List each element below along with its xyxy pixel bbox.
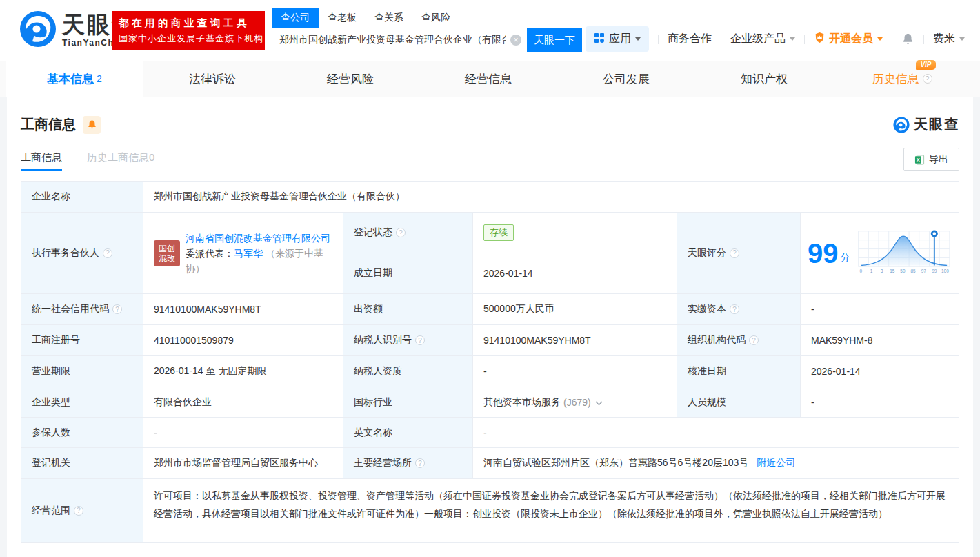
tab-operating-info[interactable]: 经营信息 [419, 61, 557, 97]
help-icon[interactable] [415, 335, 425, 345]
field-label: 营业期限 [21, 356, 143, 387]
company-name-value: 郑州市国创战新产业投资母基金管理合伙企业（有限合伙） [143, 182, 959, 213]
user-menu[interactable]: 费米 [933, 32, 965, 46]
address-value: 河南自贸试验区郑州片区（郑东）普惠路56号6号楼20层103号 附近公司 [473, 448, 959, 479]
contribution-value: 500000万人民币 [473, 294, 677, 325]
field-label: 执行事务合伙人 [21, 213, 143, 294]
chevron-down-icon [877, 37, 883, 41]
help-icon[interactable] [396, 228, 406, 237]
bell-icon [87, 119, 97, 130]
search-tab-risk[interactable]: 查风险 [412, 8, 459, 28]
help-icon[interactable] [415, 458, 425, 468]
org-code-value: MAK59YHM-8 [801, 325, 959, 356]
field-label: 参保人数 [21, 418, 143, 448]
tianyancha-logo-icon [19, 10, 57, 50]
executive-partner-value: 国创 混改 河南省国创混改基金管理有限公司 委派代表：马军华 （来源于中基协） [143, 213, 343, 294]
field-label: 企业类型 [21, 387, 143, 418]
enterprise-label: 企业级产品 [730, 32, 786, 46]
subtab-history-business-info[interactable]: 历史工商信息0 [87, 151, 154, 171]
watermark-brand: 天眼查 [914, 115, 959, 134]
partner-logo-badge: 国创 混改 [154, 240, 180, 266]
field-label: 纳税人资质 [343, 356, 473, 387]
tab-operating-risk[interactable]: 经营风险 [281, 61, 419, 97]
field-label: 登记状态 [343, 213, 473, 253]
tab-basic-info-label: 基本信息 [47, 71, 94, 87]
staff-size-value: - [801, 387, 959, 418]
partner-company-link[interactable]: 河南省国创混改基金管理有限公司 [186, 233, 330, 244]
search-tab-relation[interactable]: 查关系 [366, 8, 412, 28]
search-tabs: 查公司 查老板 查关系 查风险 [272, 8, 582, 28]
field-label: 出资额 [343, 294, 473, 325]
chevron-down-icon [635, 37, 641, 41]
company-section-tabs: 基本信息 2 法律诉讼 经营风险 经营信息 公司发展 知识产权 历史信息 VIP [0, 61, 980, 97]
establish-date-value: 2026-01-14 [473, 253, 677, 294]
field-label: 工商注册号 [21, 325, 143, 356]
open-vip-menu[interactable]: 开通会员 [814, 32, 883, 46]
field-label: 天眼评分 [677, 213, 801, 294]
business-info-card: 工商信息 天眼查 工商信息 历史工商信息0 [7, 97, 973, 557]
help-icon[interactable] [749, 335, 759, 345]
nearby-companies-link[interactable]: 附近公司 [757, 457, 795, 469]
help-icon[interactable] [103, 248, 112, 258]
bell-icon [901, 32, 914, 46]
search-tab-company[interactable]: 查公司 [272, 8, 319, 28]
tab-company-development[interactable]: 公司发展 [557, 61, 695, 97]
tianyancha-watermark: 天眼查 [893, 115, 959, 134]
business-scope-value: 许可项目：以私募基金从事股权投资、投资管理、资产管理等活动（须在中国证券投资基金… [143, 479, 959, 543]
search-button[interactable]: 天眼一下 [527, 28, 582, 52]
svg-text:50: 50 [900, 268, 906, 273]
help-icon[interactable] [923, 74, 932, 84]
field-label: 统一社会信用代码 [21, 294, 143, 325]
top-nav: 应用 商务合作 企业级产品 开通会员 [586, 26, 965, 52]
tab-basic-info-count: 2 [97, 73, 102, 84]
svg-text:99: 99 [932, 268, 937, 273]
apps-label: 应用 [609, 32, 631, 46]
chevron-down-icon[interactable] [595, 397, 603, 408]
field-label: 企业名称 [21, 182, 143, 213]
business-cooperation-link[interactable]: 商务合作 [668, 32, 712, 46]
tab-history-info[interactable]: 历史信息 VIP [833, 61, 971, 97]
subtab-current-business-info[interactable]: 工商信息 [21, 151, 62, 171]
help-icon[interactable] [730, 304, 739, 314]
company-type-value: 有限合伙企业 [143, 387, 343, 418]
svg-text:3: 3 [880, 268, 883, 273]
tab-legal[interactable]: 法律诉讼 [143, 61, 281, 97]
field-label: 主要经营场所 [343, 448, 473, 479]
rep-name-link[interactable]: 马军华 [234, 248, 263, 259]
enterprise-products-menu[interactable]: 企业级产品 [730, 32, 795, 46]
taxpayer-no-value: 91410100MAK59YHM8T [473, 325, 677, 356]
field-label: 组织机构代码 [677, 325, 801, 356]
promo-line2: 国家中小企业发展子基金旗下机构 [119, 32, 258, 45]
header: 天眼查 TianYanCha.com 都在用的商业查询工具 国家中小企业发展子基… [0, 0, 980, 61]
industry-code: (J679) [563, 397, 591, 408]
svg-text:15: 15 [890, 268, 895, 273]
excel-icon: X [914, 155, 925, 165]
monitor-bell-button[interactable] [83, 116, 101, 134]
field-label: 实缴资本 [677, 294, 801, 325]
tab-intellectual-property[interactable]: 知识产权 [695, 61, 833, 97]
tianyan-score: 99 分 [801, 213, 959, 294]
help-icon[interactable] [730, 248, 739, 258]
export-label: 导出 [929, 153, 948, 166]
field-label: 人员规模 [677, 387, 801, 418]
clear-search-icon[interactable]: × [510, 35, 521, 46]
search-area: 查公司 查老板 查关系 查风险 × 天眼一下 [272, 8, 582, 52]
export-button[interactable]: X 导出 [903, 148, 959, 171]
field-label: 经营范围 [21, 479, 143, 543]
english-name-value: - [473, 418, 959, 448]
search-input[interactable] [272, 28, 527, 52]
reg-authority-value: 郑州市市场监督管理局自贸区服务中心 [143, 448, 343, 479]
insured-count-value: - [143, 418, 343, 448]
status-badge: 存续 [483, 224, 514, 241]
tab-basic-info[interactable]: 基本信息 2 [6, 61, 143, 97]
help-icon[interactable] [112, 304, 122, 314]
rep-label: 委派代表： [186, 248, 234, 259]
svg-text:0: 0 [859, 268, 862, 273]
chevron-down-icon [790, 37, 795, 41]
notification-bell[interactable] [901, 32, 914, 46]
apps-menu[interactable]: 应用 [586, 26, 649, 52]
promo-banner: 都在用的商业查询工具 国家中小企业发展子基金旗下机构 [112, 11, 265, 50]
search-tab-boss[interactable]: 查老板 [319, 8, 366, 28]
score-distribution-chart: 0 1 3 15 50 85 97 99 100 [856, 226, 952, 280]
help-icon[interactable] [74, 506, 83, 516]
